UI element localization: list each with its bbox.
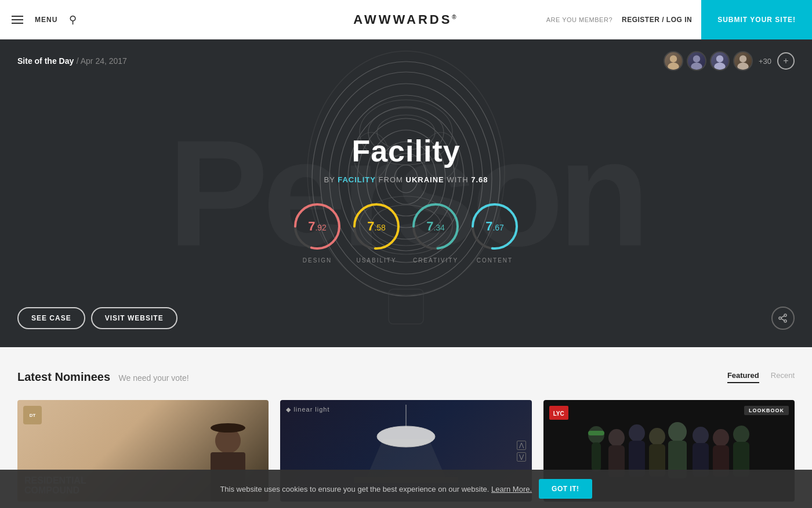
score-value-content: 7.67 <box>485 219 504 234</box>
svg-point-20 <box>670 55 677 62</box>
score-label-creativity: CREATIVITY <box>413 257 458 264</box>
logo-trademark: ® <box>452 13 458 20</box>
see-case-button[interactable]: See case <box>17 307 85 329</box>
with-label: WITH <box>447 175 468 184</box>
score-label-usability: USABILITY <box>356 257 396 264</box>
score-item-usability: 7.58 USABILITY <box>350 200 403 264</box>
hero-footer: See case Visit website <box>17 307 795 330</box>
scores-container: 7.92 DESIGN 7.58 USABILITY <box>291 200 521 264</box>
from-label: FROM <box>379 175 403 184</box>
svg-point-36 <box>784 314 786 316</box>
cookie-message: This website uses cookies to ensure you … <box>220 485 489 493</box>
svg-point-27 <box>737 63 748 71</box>
score-circle-content: 7.67 <box>469 200 521 253</box>
cookie-accept-button[interactable]: GOT IT! <box>539 479 592 499</box>
score-value-design: 7.92 <box>308 219 327 234</box>
hero-subtitle: BY FACILITY FROM UKRAINE WITH 7.68 <box>291 175 521 184</box>
card-badge-3: LOOKBOOK <box>744 406 789 415</box>
hero-header: Site of the Day / Apr 24, 2017 +30 + <box>0 39 812 71</box>
svg-point-23 <box>691 63 702 71</box>
svg-point-24 <box>716 55 723 62</box>
menu-icon[interactable] <box>12 16 23 24</box>
menu-label[interactable]: MENU <box>35 16 57 24</box>
nominees-title-block: Latest Nominees We need your vote! <box>17 370 189 384</box>
score-item-content: 7.67 CONTENT <box>469 200 521 264</box>
svg-point-26 <box>740 55 746 62</box>
hero-section: Person <box>0 39 812 347</box>
svg-point-37 <box>784 320 786 322</box>
logo-text: AWWWARDS <box>353 12 452 27</box>
svg-point-21 <box>668 63 679 71</box>
hero-buttons: See case Visit website <box>17 307 177 329</box>
tab-recent[interactable]: Recent <box>771 371 795 383</box>
nav-center: AWWWARDS® <box>353 12 458 27</box>
country-label: UKRAINE <box>406 175 444 184</box>
hero-content: Facility BY FACILITY FROM UKRAINE WITH 7… <box>291 134 521 264</box>
card-nav-down[interactable]: ⋁ <box>517 452 526 462</box>
score-item-creativity: 7.34 CREATIVITY <box>409 200 462 264</box>
card-logo-3: LYC <box>549 406 568 420</box>
cookie-bar: This website uses cookies to ensure you … <box>0 470 812 508</box>
svg-point-25 <box>714 63 725 71</box>
facility-link[interactable]: FACILITY <box>338 175 376 184</box>
cookie-learn-more[interactable]: Learn More. <box>491 485 532 493</box>
date-separator: / <box>77 56 81 66</box>
nominees-title: Latest Nominees <box>17 370 110 383</box>
logo[interactable]: AWWWARDS® <box>353 12 458 27</box>
avatar-1 <box>664 51 683 71</box>
nominees-tabs: Featured Recent <box>727 371 795 383</box>
svg-rect-50 <box>588 431 604 435</box>
avatar-3 <box>710 51 730 71</box>
score-label-design: DESIGN <box>303 257 332 264</box>
total-score: 7.68 <box>471 175 488 184</box>
nominees-header: Latest Nominees We need your vote! Featu… <box>17 370 795 384</box>
svg-point-58 <box>668 422 687 442</box>
hero-date: Apr 24, 2017 <box>81 56 127 66</box>
avatar-4 <box>733 51 753 71</box>
search-icon[interactable]: ⚲ <box>69 13 77 26</box>
svg-rect-44 <box>219 424 237 432</box>
svg-point-54 <box>629 424 645 442</box>
score-value-usability: 7.58 <box>367 219 386 234</box>
navbar: MENU ⚲ AWWWARDS® ARE YOU MEMBER? REGISTE… <box>0 0 812 39</box>
site-of-day-title: Site of the Day <box>17 56 74 66</box>
svg-rect-51 <box>592 442 601 471</box>
avatar-plus-button[interactable]: + <box>777 52 795 70</box>
site-of-day-label: Site of the Day / Apr 24, 2017 <box>17 56 127 66</box>
avatar-2 <box>687 51 706 71</box>
score-circle-creativity: 7.34 <box>409 200 462 253</box>
avatar-count: +30 <box>759 57 771 66</box>
cookie-text: This website uses cookies to ensure you … <box>220 485 532 493</box>
score-item-design: 7.92 DESIGN <box>291 200 343 264</box>
card-nav-up[interactable]: ⋀ <box>517 441 526 450</box>
submit-button[interactable]: SUBMIT YOUR SITE! <box>701 0 812 39</box>
svg-point-62 <box>713 429 729 446</box>
member-text: ARE YOU MEMBER? <box>546 16 612 23</box>
visit-website-button[interactable]: Visit website <box>91 307 177 329</box>
svg-line-39 <box>781 316 784 318</box>
svg-point-38 <box>779 317 781 319</box>
hero-avatars: +30 + <box>664 51 795 71</box>
svg-line-40 <box>781 319 784 320</box>
card-brand-2: ◆ linear light <box>286 406 329 413</box>
card-logo-1: DT <box>23 406 42 424</box>
svg-point-60 <box>693 427 709 444</box>
nominees-subtitle: We need your vote! <box>119 373 189 383</box>
score-circle-design: 7.92 <box>291 200 343 253</box>
nav-left: MENU ⚲ <box>12 13 77 26</box>
svg-point-52 <box>608 429 625 446</box>
svg-point-56 <box>649 428 665 445</box>
by-label: BY <box>324 175 335 184</box>
register-link[interactable]: REGISTER / LOG IN <box>622 16 692 24</box>
score-label-content: CONTENT <box>477 257 513 264</box>
svg-point-22 <box>693 55 700 62</box>
tab-featured[interactable]: Featured <box>727 371 759 383</box>
share-button[interactable] <box>771 307 795 330</box>
nav-right: ARE YOU MEMBER? REGISTER / LOG IN SUBMIT… <box>546 0 800 39</box>
score-circle-usability: 7.58 <box>350 200 403 253</box>
hero-title: Facility <box>291 134 521 168</box>
score-value-creativity: 7.34 <box>426 219 445 234</box>
card-nav-2: ⋀ ⋁ <box>517 441 526 462</box>
svg-point-64 <box>733 426 749 443</box>
